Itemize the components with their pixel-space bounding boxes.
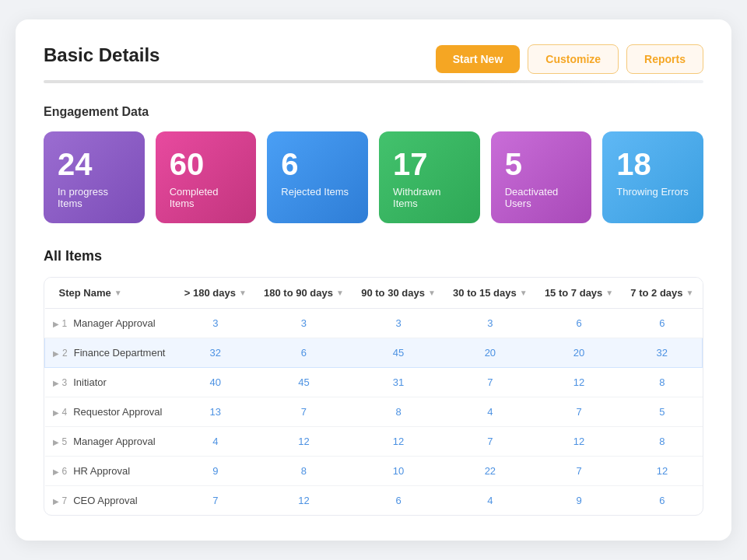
card-withdrawn: 17 Withdrawn Items bbox=[379, 131, 480, 223]
cell-step-name: ▶6HR Approval bbox=[45, 457, 176, 486]
cell-col-2[interactable]: 10 bbox=[352, 457, 444, 486]
main-card: Basic Details Start New Customize Report… bbox=[16, 19, 731, 541]
cell-col-0[interactable]: 9 bbox=[176, 457, 255, 486]
reports-button[interactable]: Reports bbox=[626, 44, 703, 74]
cell-col-2[interactable]: 45 bbox=[352, 338, 444, 368]
cell-col-0[interactable]: 40 bbox=[176, 368, 255, 397]
step-name-text: Initiator bbox=[73, 376, 107, 388]
all-items-section: All Items Step Name ▼ > 180 days bbox=[44, 248, 703, 516]
cell-step-name: ▶5Manager Approval bbox=[45, 427, 176, 457]
step-name-text: CEO Approval bbox=[73, 495, 137, 506]
all-items-title: All Items bbox=[44, 248, 703, 264]
cell-col-4[interactable]: 20 bbox=[536, 338, 622, 368]
customize-button[interactable]: Customize bbox=[528, 44, 619, 74]
col-180-90[interactable]: 180 to 90 days ▼ bbox=[255, 278, 352, 309]
cell-col-4[interactable]: 12 bbox=[536, 427, 622, 457]
cell-col-5[interactable]: 6 bbox=[622, 486, 702, 516]
table-row: ▶5Manager Approval412127128 bbox=[45, 427, 703, 457]
cell-col-3[interactable]: 3 bbox=[444, 309, 536, 338]
row-number: 6 bbox=[62, 466, 68, 477]
card-deactivated: 5 Deactivated Users bbox=[491, 131, 592, 223]
cell-col-2[interactable]: 6 bbox=[352, 486, 444, 516]
row-expander[interactable]: ▶ bbox=[53, 320, 59, 328]
table-row: ▶7CEO Approval7126496 bbox=[45, 486, 703, 516]
row-expander[interactable]: ▶ bbox=[53, 349, 59, 358]
cell-col-4[interactable]: 9 bbox=[536, 486, 622, 516]
col-step-name[interactable]: Step Name ▼ bbox=[45, 278, 176, 309]
row-expander[interactable]: ▶ bbox=[53, 438, 59, 446]
row-number: 4 bbox=[62, 407, 68, 418]
cell-col-0[interactable]: 7 bbox=[176, 486, 255, 516]
cell-col-3[interactable]: 7 bbox=[444, 427, 536, 457]
cell-col-1[interactable]: 6 bbox=[255, 338, 352, 368]
cell-col-4[interactable]: 7 bbox=[536, 397, 622, 427]
row-expander[interactable]: ▶ bbox=[53, 379, 59, 387]
cell-col-3[interactable]: 7 bbox=[444, 368, 536, 397]
col-7-2[interactable]: 7 to 2 days ▼ bbox=[622, 278, 702, 309]
cell-step-name: ▶4Requestor Approval bbox=[45, 397, 176, 427]
cell-col-4[interactable]: 12 bbox=[536, 368, 622, 397]
sort-icon-90-30: ▼ bbox=[428, 289, 436, 297]
row-expander[interactable]: ▶ bbox=[53, 408, 59, 417]
cell-col-2[interactable]: 8 bbox=[352, 397, 444, 427]
cell-col-3[interactable]: 20 bbox=[444, 338, 536, 368]
card-errors: 18 Throwing Errors bbox=[602, 131, 703, 223]
card-in-progress: 24 In progress Items bbox=[44, 131, 145, 223]
row-number: 2 bbox=[62, 348, 68, 359]
col-30-15[interactable]: 30 to 15 days ▼ bbox=[444, 278, 536, 309]
in-progress-label: In progress Items bbox=[58, 186, 131, 209]
cell-col-5[interactable]: 8 bbox=[622, 368, 702, 397]
cell-step-name: ▶1Manager Approval bbox=[45, 309, 176, 338]
cell-col-3[interactable]: 4 bbox=[444, 486, 536, 516]
step-name-text: Requestor Approval bbox=[73, 406, 162, 418]
cell-col-0[interactable]: 3 bbox=[176, 309, 255, 338]
cell-col-5[interactable]: 6 bbox=[622, 309, 702, 338]
step-name-text: Finance Department bbox=[74, 347, 166, 359]
deactivated-num: 5 bbox=[505, 149, 578, 180]
page-header: Basic Details Start New Customize Report… bbox=[44, 44, 703, 74]
card-completed: 60 Completed Items bbox=[156, 131, 257, 223]
in-progress-num: 24 bbox=[58, 149, 131, 180]
row-number: 7 bbox=[62, 495, 68, 506]
cell-col-1[interactable]: 3 bbox=[255, 309, 352, 338]
deactivated-label: Deactivated Users bbox=[505, 186, 578, 209]
row-expander[interactable]: ▶ bbox=[53, 497, 59, 506]
cell-col-1[interactable]: 7 bbox=[255, 397, 352, 427]
cell-col-3[interactable]: 4 bbox=[444, 397, 536, 427]
cell-col-1[interactable]: 12 bbox=[255, 427, 352, 457]
cell-col-1[interactable]: 8 bbox=[255, 457, 352, 486]
rejected-num: 6 bbox=[281, 149, 354, 180]
cell-col-2[interactable]: 12 bbox=[352, 427, 444, 457]
sort-icon-15-7: ▼ bbox=[605, 289, 613, 297]
errors-label: Throwing Errors bbox=[616, 186, 689, 198]
sort-icon-7-2: ▼ bbox=[686, 289, 694, 297]
start-new-button[interactable]: Start New bbox=[436, 45, 521, 73]
col-90-30[interactable]: 90 to 30 days ▼ bbox=[352, 278, 444, 309]
cell-col-5[interactable]: 5 bbox=[622, 397, 702, 427]
row-expander[interactable]: ▶ bbox=[53, 467, 59, 476]
col-gt-180[interactable]: > 180 days ▼ bbox=[176, 278, 255, 309]
row-number: 5 bbox=[62, 436, 68, 447]
col-15-7[interactable]: 15 to 7 days ▼ bbox=[536, 278, 622, 309]
cell-col-5[interactable]: 32 bbox=[622, 338, 702, 368]
cell-step-name: ▶7CEO Approval bbox=[45, 486, 176, 516]
cell-col-2[interactable]: 3 bbox=[352, 309, 444, 338]
table-row: ▶1Manager Approval333366 bbox=[45, 309, 703, 338]
cell-col-4[interactable]: 6 bbox=[536, 309, 622, 338]
sort-icon-gt180: ▼ bbox=[239, 289, 247, 297]
cell-col-0[interactable]: 4 bbox=[176, 427, 255, 457]
rejected-label: Rejected Items bbox=[281, 186, 354, 198]
cell-col-0[interactable]: 13 bbox=[176, 397, 255, 427]
cell-col-1[interactable]: 12 bbox=[255, 486, 352, 516]
cell-col-3[interactable]: 22 bbox=[444, 457, 536, 486]
cell-col-4[interactable]: 7 bbox=[536, 457, 622, 486]
cell-col-0[interactable]: 32 bbox=[176, 338, 255, 368]
completed-num: 60 bbox=[170, 149, 243, 180]
sort-icon-180-90: ▼ bbox=[336, 289, 344, 297]
cell-col-5[interactable]: 8 bbox=[622, 427, 702, 457]
page-title: Basic Details bbox=[44, 44, 160, 66]
cell-col-2[interactable]: 31 bbox=[352, 368, 444, 397]
withdrawn-label: Withdrawn Items bbox=[393, 186, 466, 209]
cell-col-5[interactable]: 12 bbox=[622, 457, 702, 486]
cell-col-1[interactable]: 45 bbox=[255, 368, 352, 397]
